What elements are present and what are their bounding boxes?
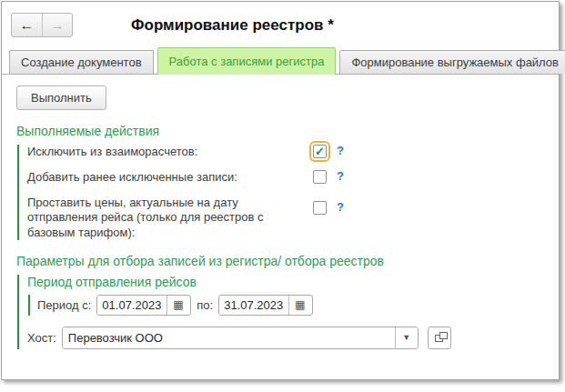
tab-export-files[interactable]: Формирование выгружаемых файлов xyxy=(339,50,565,74)
host-open-button[interactable] xyxy=(428,327,451,349)
back-button[interactable]: ← xyxy=(12,14,42,36)
period-row: Период с: ▦ по: ▦ xyxy=(37,295,544,316)
period-from-calendar-button[interactable]: ▦ xyxy=(166,296,188,315)
period-from-field: ▦ xyxy=(96,295,191,316)
period-to-calendar-button[interactable]: ▦ xyxy=(288,296,310,315)
host-label: Хост: xyxy=(27,331,56,345)
host-input[interactable] xyxy=(63,327,395,348)
forward-button[interactable]: → xyxy=(42,14,72,36)
calendar-icon: ▦ xyxy=(295,298,305,311)
period-group-title: Период отправления рейсов xyxy=(27,275,544,289)
checkbox-label: Проставить цены, актуальные на дату отпр… xyxy=(27,196,308,240)
history-nav-group: ← → xyxy=(11,13,73,37)
period-to-field: ▦ xyxy=(218,295,313,316)
period-group-body: Период с: ▦ по: ▦ xyxy=(28,295,544,316)
window-header: ← → Формирование реестров * xyxy=(2,2,559,37)
execute-button[interactable]: Выполнить xyxy=(16,85,106,110)
checkbox-label: Добавить ранее исключенные записи: xyxy=(27,170,308,185)
params-group-title: Параметры для отбора записей из регистра… xyxy=(16,254,544,268)
exclude-checkbox[interactable] xyxy=(313,145,327,158)
checkbox-label: Исключить из взаиморасчетов: xyxy=(27,145,308,159)
host-dropdown-button[interactable]: ▼ xyxy=(395,327,418,348)
add-excluded-checkbox[interactable] xyxy=(313,170,327,184)
params-group-body: Период отправления рейсов Период с: ▦ по… xyxy=(17,275,544,349)
back-arrow-icon: ← xyxy=(20,17,35,34)
app-window: ← → Формирование реестров * Создание док… xyxy=(1,1,560,380)
page-title: Формирование реестров * xyxy=(131,16,334,35)
checkbox-row-set-prices: Проставить цены, актуальные на дату отпр… xyxy=(27,196,544,240)
help-link-icon[interactable]: ? xyxy=(337,200,344,214)
chevron-down-icon: ▼ xyxy=(402,333,410,342)
tab-register-records[interactable]: Работа с записями регистра xyxy=(157,47,337,75)
period-from-label: Период с: xyxy=(37,298,91,312)
calendar-icon: ▦ xyxy=(173,298,183,311)
forward-arrow-icon: → xyxy=(50,17,65,34)
open-icon xyxy=(435,335,443,342)
host-row: Хост: ▼ xyxy=(27,327,544,349)
period-to-input[interactable] xyxy=(219,296,288,315)
period-to-label: по: xyxy=(197,298,213,312)
period-from-input[interactable] xyxy=(97,296,166,315)
actions-group-title: Выполняемые действия xyxy=(16,124,544,138)
host-combo-field: ▼ xyxy=(62,327,419,349)
tab-panel: Выполнить Выполняемые действия Исключить… xyxy=(2,75,559,349)
help-link-icon[interactable]: ? xyxy=(337,169,344,183)
actions-group-body: Исключить из взаиморасчетов: ? Добавить … xyxy=(17,145,544,240)
tab-bar: Создание документов Работа с записями ре… xyxy=(2,48,559,75)
help-link-icon[interactable]: ? xyxy=(337,144,344,157)
tab-document-creation[interactable]: Создание документов xyxy=(9,50,154,74)
checkbox-row-exclude: Исключить из взаиморасчетов: ? xyxy=(27,145,544,160)
checkbox-row-add-excluded: Добавить ранее исключенные записи: ? xyxy=(27,170,544,186)
set-prices-checkbox[interactable] xyxy=(313,201,327,215)
